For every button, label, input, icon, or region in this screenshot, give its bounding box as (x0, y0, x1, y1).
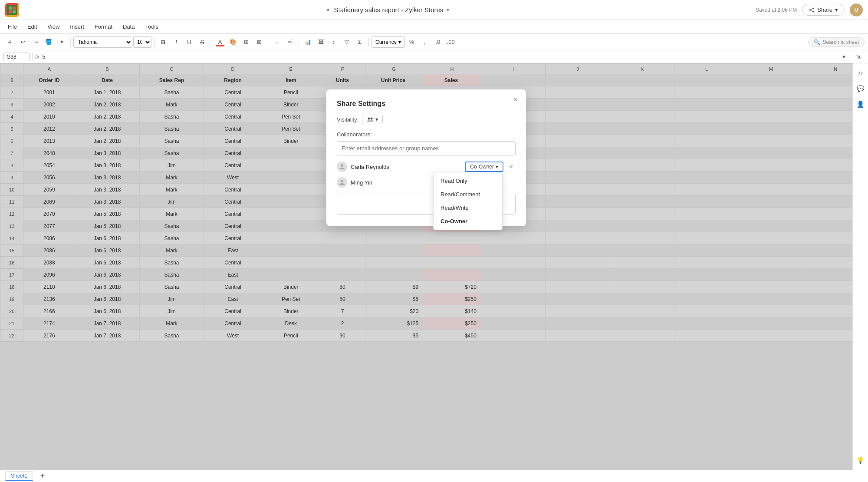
modal-overlay: Share Settings × Visibility: ▾ Collabora… (0, 63, 852, 470)
font-color-indicator (216, 45, 224, 46)
visibility-label: Visibility: (337, 116, 358, 123)
sidebar-formula-icon[interactable]: 𝑓𝑥 (855, 67, 867, 79)
dropdown-item-read-write[interactable]: Read/Write (434, 201, 502, 215)
clear-format-button[interactable]: ✦ (56, 36, 68, 48)
currency-label: Currency (375, 39, 397, 45)
svg-point-10 (368, 118, 370, 120)
menu-insert[interactable]: Insert (66, 22, 89, 32)
svg-point-11 (371, 118, 373, 120)
toolbar-separator-4 (268, 38, 268, 46)
search-box[interactable]: 🔍 Search in sheet (808, 37, 865, 47)
font-family-selector[interactable]: Tahoma Arial Times New Roman (73, 36, 132, 48)
wrap-button[interactable]: ⏎ (284, 36, 296, 48)
formula-bar-functions-button[interactable]: fx (852, 51, 865, 63)
filter-button[interactable]: ▽ (341, 36, 353, 48)
underline-button[interactable]: U (183, 36, 195, 48)
menu-tools[interactable]: Tools (141, 22, 162, 32)
toolbar-separator-5 (299, 38, 299, 46)
chart-button[interactable]: 📊 (302, 36, 314, 48)
menu-edit[interactable]: Edit (23, 22, 41, 32)
sidebar-comment-icon[interactable]: 💬 (855, 83, 867, 95)
modal-close-button[interactable]: × (510, 95, 521, 105)
thousand-separator-button[interactable]: , (419, 36, 431, 48)
toolbar-separator-3 (211, 38, 211, 46)
right-sidebar: 𝑓𝑥 💬 👤 💡 (852, 63, 868, 470)
fill-color-button[interactable]: 🎨 (227, 36, 239, 48)
formula-bar-divider (32, 53, 33, 61)
visibility-row: Visibility: ▾ (337, 115, 516, 124)
share-button-label: Share (817, 7, 832, 13)
expand-formula-bar-button[interactable]: ▾ (838, 51, 850, 63)
decrease-decimal-button[interactable]: .0 (432, 36, 444, 48)
share-button[interactable]: Share ▾ (802, 4, 845, 16)
share-icon (809, 7, 815, 13)
role-badge-carla[interactable]: Co-Owner ▾ Read Only Read/Comment Read/W… (465, 162, 503, 172)
title-bar: ✦ Stationery sales report - Zylker Store… (0, 0, 868, 20)
visibility-dropdown[interactable]: ▾ (362, 115, 383, 124)
toolbar-separator-2 (154, 38, 155, 46)
font-color-button[interactable]: A (214, 36, 226, 48)
saved-status: Saved at 2:06 PM (756, 7, 797, 13)
document-title: Stationery sales report - Zylker Stores (334, 6, 444, 13)
toolbar: 🖨 ↩ ↪ 🪣 ✦ Tahoma Arial Times New Roman 8… (0, 34, 868, 50)
formula-button[interactable]: Σ (354, 36, 366, 48)
formula-bar: fx ▾ fx (0, 50, 868, 63)
font-size-selector[interactable]: 8 9 10 11 12 14 (133, 36, 151, 48)
visibility-dropdown-arrow: ▾ (375, 116, 378, 122)
collaborator-name: Carla Reynolds (351, 164, 461, 170)
user-icon (339, 163, 345, 170)
people-icon (367, 117, 374, 122)
paint-format-button[interactable]: 🪣 (43, 36, 55, 48)
formula-input[interactable] (42, 53, 835, 60)
svg-rect-0 (7, 5, 17, 15)
toolbar-separator-1 (70, 38, 71, 46)
share-settings-modal: Share Settings × Visibility: ▾ Collabora… (326, 89, 526, 226)
sheet-tab-sheet1[interactable]: Sheet1 (5, 471, 33, 481)
print-button[interactable]: 🖨 (3, 36, 16, 48)
italic-button[interactable]: I (170, 36, 182, 48)
collaborator-avatar (337, 162, 347, 172)
title-star: ✦ (326, 7, 331, 13)
menu-view[interactable]: View (43, 22, 64, 32)
collaborator-row: Carla Reynolds Co-Owner ▾ Read Only Read… (337, 159, 516, 175)
menu-bar: File Edit View Insert Format Data Tools (0, 20, 868, 34)
remove-collaborator-button[interactable]: × (507, 162, 516, 171)
search-placeholder: Search in sheet (823, 39, 859, 45)
svg-rect-3 (9, 10, 12, 13)
percent-button[interactable]: % (406, 36, 418, 48)
menu-data[interactable]: Data (118, 22, 139, 32)
borders-button[interactable]: ⊞ (240, 36, 252, 48)
currency-dropdown[interactable]: Currency ▾ (372, 36, 405, 48)
formula-bar-right: ▾ fx (838, 51, 865, 63)
collaborators-email-input[interactable] (337, 141, 516, 155)
add-sheet-button[interactable]: + (36, 470, 49, 482)
collaborators-list: Carla Reynolds Co-Owner ▾ Read Only Read… (337, 159, 516, 190)
share-dropdown-arrow: ▾ (835, 7, 838, 13)
redo-button[interactable]: ↪ (30, 36, 42, 48)
dropdown-item-co-owner[interactable]: Co-Owner (434, 215, 502, 228)
sidebar-bulb-icon[interactable]: 💡 (855, 454, 867, 466)
title-right: Saved at 2:06 PM Share ▾ U (756, 3, 863, 17)
cell-reference-input[interactable] (3, 53, 30, 61)
title-center: ✦ Stationery sales report - Zylker Store… (19, 6, 756, 13)
user-avatar[interactable]: U (850, 3, 863, 17)
collaborators-label: Collaborators: (337, 131, 516, 138)
title-dropdown-arrow[interactable]: ▾ (447, 7, 449, 13)
bottom-bar: Sheet1 + (0, 470, 868, 482)
undo-button[interactable]: ↩ (16, 36, 29, 48)
sort-button[interactable]: ↕ (328, 36, 340, 48)
app-logo (5, 3, 19, 17)
svg-rect-1 (9, 7, 12, 10)
dropdown-item-read-comment[interactable]: Read/Comment (434, 188, 502, 201)
bold-button[interactable]: B (157, 36, 169, 48)
sidebar-share-icon[interactable]: 👤 (855, 98, 867, 110)
align-left-button[interactable]: ≡ (271, 36, 283, 48)
image-button[interactable]: 🖼 (315, 36, 327, 48)
merge-button[interactable]: ⊠ (253, 36, 265, 48)
strikethrough-button[interactable]: S (196, 36, 208, 48)
menu-format[interactable]: Format (90, 22, 117, 32)
increase-decimal-button[interactable]: .00 (445, 36, 457, 48)
dropdown-item-read-only[interactable]: Read Only (434, 174, 502, 188)
menu-file[interactable]: File (3, 22, 21, 32)
svg-line-8 (810, 8, 813, 10)
